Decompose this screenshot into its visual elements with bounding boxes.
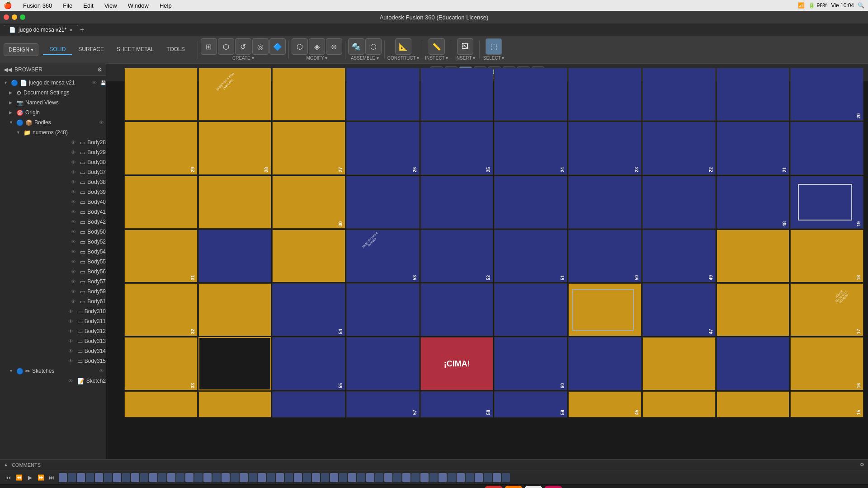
timeline-frame-1[interactable] [68,473,76,482]
timeline-frame-16[interactable] [203,473,212,482]
search-icon[interactable]: 🔍 [858,2,864,9]
tree-body28[interactable]: 👁 ▭ Body28 [0,137,106,147]
create-btn-3[interactable]: ↺ [235,38,251,55]
menu-fusion360[interactable]: Fusion 360 [21,2,54,9]
tree-eye-30[interactable]: 👁 [71,160,76,165]
maximize-button[interactable] [20,14,25,20]
modify-btn-3[interactable]: ⊕ [326,38,342,55]
taskbar-music[interactable]: 🎵 [445,486,463,488]
tree-body50[interactable]: 👁 ▭ Body50 [0,227,106,237]
inspect-btn[interactable]: 📏 [429,38,445,55]
tree-body39[interactable]: 👁 ▭ Body39 [0,187,106,197]
timeline-frame-40[interactable] [420,473,429,482]
tree-eye-41[interactable]: 👁 [71,209,76,215]
timeline-frame-4[interactable] [95,473,103,482]
tree-eye-37[interactable]: 👁 [71,169,76,175]
tree-sketch2[interactable]: 👁 📝 Sketch2 [0,376,106,386]
tree-eye-61[interactable]: 👁 [71,299,76,304]
save-icon[interactable]: 💾 [100,80,106,85]
tree-sketches[interactable]: ▼ 🔵 ✏ Sketches 👁 [0,366,106,376]
tree-body310[interactable]: 👁 ▭ Body310 [0,306,106,316]
timeline-frame-33[interactable] [357,473,365,482]
tree-body54[interactable]: 👁 ▭ Body54 [0,247,106,257]
modify-btn-1[interactable]: ⬡ [292,38,308,55]
timeline-frame-49[interactable] [502,473,510,482]
eye-icon-sketches[interactable]: 👁 [99,368,104,374]
taskbar-launchpad[interactable]: 🚀 [266,486,284,488]
timeline-frame-30[interactable] [330,473,338,482]
timeline-frame-2[interactable] [77,473,85,482]
tree-body59[interactable]: 👁 ▭ Body59 [0,286,106,296]
taskbar-indesign[interactable]: Id [544,486,562,488]
taskbar-maps[interactable]: 🗺 [385,486,403,488]
assemble-btn-2[interactable]: ⬡ [365,38,382,55]
tree-eye-313[interactable]: 👁 [68,338,74,344]
tree-named-views[interactable]: ▶ 📷 Named Views [0,98,106,108]
tree-origin[interactable]: ▶ 🎯 Origin [0,108,106,117]
tree-body57[interactable]: 👁 ▭ Body57 [0,277,106,286]
timeline-frame-8[interactable] [131,473,139,482]
document-tab[interactable]: 📄 juego de mesa v21* ✕ [4,25,78,35]
menu-view[interactable]: View [103,2,119,9]
tree-eye-38[interactable]: 👁 [71,179,76,185]
taskbar-trash[interactable]: 🗑 [604,486,622,488]
tab-surface[interactable]: SURFACE [72,44,110,55]
timeline-frame-43[interactable] [448,473,456,482]
timeline-back-button[interactable]: ⏪ [14,473,24,482]
timeline-frame-27[interactable] [303,473,311,482]
tree-eye-50[interactable]: 👁 [71,229,76,235]
timeline-frame-28[interactable] [312,473,320,482]
timeline-frame-42[interactable] [439,473,447,482]
taskbar-safari[interactable]: 🧭 [286,486,304,488]
timeline-frame-7[interactable] [122,473,130,482]
tree-body38[interactable]: 👁 ▭ Body38 [0,177,106,187]
add-tab-button[interactable]: + [80,26,84,34]
tree-eye-311[interactable]: 👁 [68,319,74,324]
timeline-frame-45[interactable] [466,473,474,482]
tree-body52[interactable]: 👁 ▭ Body52 [0,237,106,247]
tree-eye-55[interactable]: 👁 [71,259,76,264]
tree-numeros[interactable]: ▼ 📁 numeros (248) [0,127,106,137]
eye-icon-bodies[interactable]: 👁 [99,120,104,125]
timeline-frame-29[interactable] [321,473,329,482]
menu-file[interactable]: File [61,2,74,9]
tree-eye-42[interactable]: 👁 [71,219,76,225]
browser-header[interactable]: ◀◀ BROWSER ⚙ [0,63,106,76]
timeline-frame-36[interactable] [384,473,392,482]
timeline-frame-34[interactable] [366,473,374,482]
tab-tools[interactable]: TOOLS [160,44,191,55]
timeline-frame-47[interactable] [484,473,492,482]
timeline-frame-35[interactable] [375,473,383,482]
timeline-frame-6[interactable] [113,473,121,482]
modify-btn-2[interactable]: ◈ [309,38,325,55]
menu-edit[interactable]: Edit [81,2,95,9]
timeline-frame-22[interactable] [258,473,266,482]
timeline-frame-32[interactable] [348,473,356,482]
timeline-frame-41[interactable] [429,473,438,482]
tree-body311[interactable]: 👁 ▭ Body311 [0,316,106,326]
create-btn-4[interactable]: ◎ [252,38,269,55]
tree-eye-28[interactable]: 👁 [71,140,76,145]
timeline-play-button[interactable]: ▶ [25,473,34,482]
timeline-frame-46[interactable] [475,473,483,482]
insert-btn[interactable]: 🖼 [457,38,473,55]
timeline-prev-button[interactable]: ⏮ [4,473,13,482]
timeline-frame-13[interactable] [176,473,184,482]
timeline-frame-24[interactable] [276,473,284,482]
tree-bodies[interactable]: ▼ 🔵 📦 Bodies 👁 [0,117,106,127]
taskbar-acrobat[interactable]: A [485,486,503,488]
timeline-frame-26[interactable] [294,473,302,482]
apple-menu[interactable]: 🍎 [4,1,12,9]
tree-body29[interactable]: 👁 ▭ Body29 [0,147,106,157]
timeline-next-button[interactable]: ⏭ [47,473,56,482]
taskbar-finder2[interactable]: 📄 [584,486,602,488]
menu-help[interactable]: Help [158,2,174,9]
tree-body314[interactable]: 👁 ▭ Body314 [0,346,106,356]
tree-body40[interactable]: 👁 ▭ Body40 [0,197,106,207]
timeline-frame-14[interactable] [185,473,193,482]
tree-eye-40[interactable]: 👁 [71,199,76,205]
tree-eye-57[interactable]: 👁 [71,279,76,284]
timeline-frame-23[interactable] [267,473,275,482]
tree-eye-310[interactable]: 👁 [68,309,74,314]
timeline-frame-17[interactable] [212,473,221,482]
